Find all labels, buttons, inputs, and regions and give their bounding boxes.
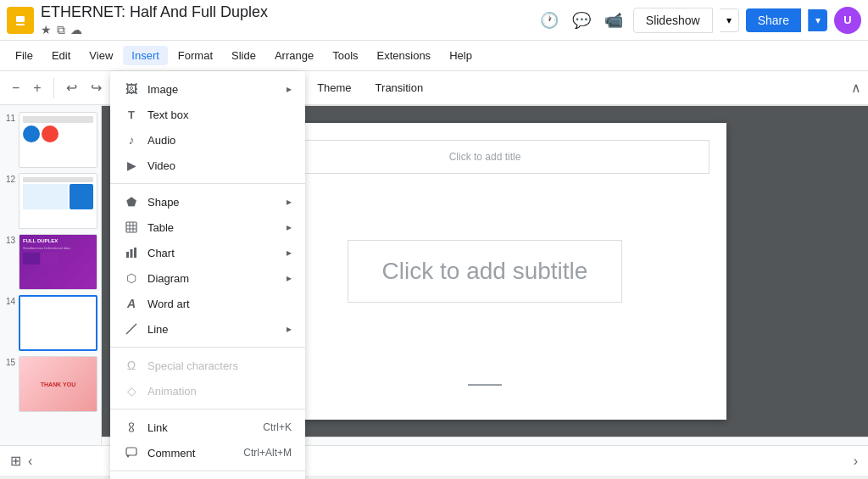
share-button[interactable]: Share	[746, 8, 801, 32]
divider-1	[110, 183, 305, 184]
svg-rect-2	[16, 24, 25, 25]
table-icon	[124, 220, 139, 235]
image-label: Image	[147, 83, 278, 96]
menu-help[interactable]: Help	[441, 46, 481, 65]
menu-format[interactable]: Format	[170, 46, 221, 65]
shape-arrow: ▸	[287, 196, 292, 208]
line-arrow: ▸	[287, 323, 292, 335]
slide-img-13: FULL DUPLEX Simultaneous bidirectional d…	[19, 234, 97, 290]
slide-subtitle-placeholder: Click to add subtitle	[382, 258, 588, 284]
menu-insert[interactable]: Insert	[123, 46, 168, 65]
menu-edit[interactable]: Edit	[43, 46, 79, 65]
undo-button[interactable]: ↩	[61, 76, 82, 99]
link-icon	[124, 420, 139, 435]
toolbar-separator-1	[53, 78, 54, 98]
image-arrow: ▸	[287, 83, 292, 95]
menu-file[interactable]: File	[7, 46, 42, 65]
slide-img-15: THANK YOU	[19, 356, 97, 412]
zoom-in-button[interactable]: +	[28, 77, 46, 99]
redo-button[interactable]: ↪	[86, 76, 107, 99]
zoom-out-button[interactable]: −	[7, 77, 25, 99]
menu-item-comment[interactable]: Comment Ctrl+Alt+M	[110, 440, 305, 465]
slide-thumb-14[interactable]: 14	[3, 295, 97, 351]
star-icon[interactable]: ★	[41, 23, 52, 36]
collapse-toolbar-button[interactable]: ∧	[851, 80, 861, 96]
menu-item-chart[interactable]: Chart ▸	[110, 240, 305, 265]
wordart-icon: A	[124, 296, 139, 311]
menu-item-animation: ◇ Animation	[110, 378, 305, 404]
top-right-actions: 🕐 💬 📹 Slideshow ▾ Share ▾ U	[537, 7, 861, 34]
diagram-arrow: ▸	[287, 272, 292, 284]
comment-label: Comment	[147, 447, 235, 460]
comment-shortcut: Ctrl+Alt+M	[243, 447, 292, 459]
divider-3	[110, 409, 305, 409]
line-icon	[124, 321, 139, 337]
slide-thumb-13[interactable]: 13 FULL DUPLEX Simultaneous bidirectiona…	[3, 234, 97, 290]
audio-icon: ♪	[124, 132, 139, 148]
menu-item-diagram[interactable]: ⬡ Diagram ▸	[110, 265, 305, 291]
avatar[interactable]: U	[834, 7, 861, 34]
grid-view-icon[interactable]: ⊞	[10, 453, 21, 469]
shape-label: Shape	[147, 196, 278, 209]
diagram-icon: ⬡	[124, 270, 139, 286]
menu-slide[interactable]: Slide	[223, 46, 264, 65]
svg-rect-1	[16, 16, 25, 22]
slide-thumb-15[interactable]: 15 THANK YOU	[3, 356, 97, 412]
menu-item-video[interactable]: ▶ Video	[110, 153, 305, 178]
menu-arrange[interactable]: Arrange	[266, 46, 322, 65]
menu-item-line[interactable]: Line ▸	[110, 316, 305, 342]
share-dropdown-button[interactable]: ▾	[808, 9, 827, 31]
slide-num-14: 14	[3, 295, 15, 306]
slide-img-12	[19, 173, 97, 229]
collapse-panel-icon[interactable]: ‹	[28, 454, 32, 469]
theme-button[interactable]: Theme	[307, 78, 361, 97]
audio-label: Audio	[147, 134, 292, 147]
menu-item-link[interactable]: Link Ctrl+K	[110, 415, 305, 440]
table-label: Table	[147, 221, 278, 234]
cloud-icon[interactable]: ☁	[70, 23, 82, 36]
menu-item-audio[interactable]: ♪ Audio	[110, 127, 305, 153]
svg-rect-3	[126, 222, 136, 232]
menu-item-shape[interactable]: ⬟ Shape ▸	[110, 189, 305, 214]
slide-canvas[interactable]: Click to add title Click to add subtitle	[243, 123, 726, 420]
slide-num-11: 11	[3, 112, 15, 123]
table-arrow: ▸	[287, 221, 292, 233]
image-icon: 🖼	[124, 81, 139, 97]
video-icon: ▶	[124, 158, 139, 173]
chart-icon	[124, 245, 139, 260]
slide-subtitle-box[interactable]: Click to add subtitle	[348, 240, 623, 303]
slideshow-button[interactable]: Slideshow	[633, 8, 713, 33]
transition-button[interactable]: Transition	[365, 78, 434, 97]
slide-num-15: 15	[3, 356, 15, 367]
menu-view[interactable]: View	[81, 46, 121, 65]
link-label: Link	[147, 421, 254, 434]
svg-rect-13	[126, 448, 136, 455]
comments-button[interactable]: 💬	[569, 8, 594, 33]
history-button[interactable]: 🕐	[537, 8, 562, 33]
slides-panel: 11 12	[0, 105, 102, 445]
svg-line-11	[126, 324, 136, 334]
video-button[interactable]: 📹	[601, 8, 626, 33]
special-chars-label: Special characters	[147, 359, 292, 372]
textbox-icon: T	[124, 107, 139, 122]
slide-thumb-12[interactable]: 12	[3, 173, 97, 229]
menu-item-image[interactable]: 🖼 Image ▸	[110, 76, 305, 102]
copy-icon[interactable]: ⧉	[57, 23, 65, 37]
menu-extensions[interactable]: Extensions	[369, 46, 440, 65]
slide-thumb-11[interactable]: 11	[3, 112, 97, 168]
divider-2	[110, 347, 305, 348]
menu-item-table[interactable]: Table ▸	[110, 214, 305, 240]
menu-tools[interactable]: Tools	[324, 46, 366, 65]
diagram-label: Diagram	[147, 272, 278, 285]
menu-item-textbox[interactable]: T Text box	[110, 102, 305, 127]
animation-icon: ◇	[124, 383, 139, 398]
video-label: Video	[147, 159, 292, 172]
menu-item-wordart[interactable]: A Word art	[110, 291, 305, 316]
slide-img-11	[19, 112, 97, 168]
slideshow-dropdown-button[interactable]: ▾	[720, 8, 739, 32]
expand-icon[interactable]: ›	[854, 454, 858, 469]
slide-title-box[interactable]: Click to add title	[260, 140, 709, 174]
slide-num-13: 13	[3, 234, 15, 245]
svg-rect-10	[134, 248, 136, 258]
slide-divider-line	[468, 384, 502, 386]
